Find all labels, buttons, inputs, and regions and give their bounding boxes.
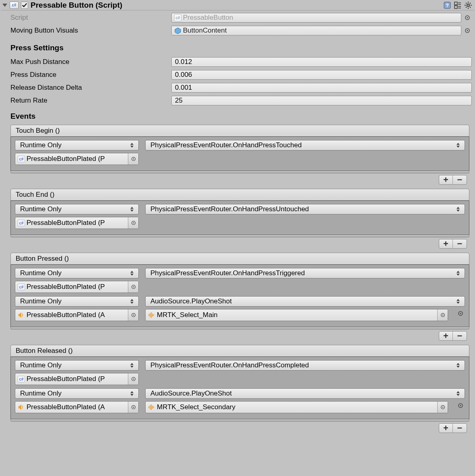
function-dropdown[interactable]: AudioSource.PlayOneShot — [145, 296, 465, 307]
object-picker-icon[interactable] — [456, 309, 465, 318]
call-state-dropdown[interactable]: Runtime Only — [15, 204, 139, 214]
object-picker-icon[interactable] — [128, 153, 138, 165]
event-listener: Runtime Only PhysicalPressEventRouter.On… — [15, 360, 465, 385]
event-target-field[interactable]: PressableButtonPlated (A — [15, 309, 139, 321]
cs-file-icon: c# — [18, 156, 25, 162]
object-picker-icon[interactable] — [128, 281, 138, 293]
enable-checkbox[interactable] — [21, 2, 28, 9]
svg-rect-3 — [454, 6, 457, 8]
svg-rect-30 — [148, 314, 149, 316]
svg-point-21 — [467, 30, 468, 31]
event-target-value: PressableButtonPlated (P — [27, 283, 128, 291]
max-push-input[interactable] — [171, 57, 472, 67]
svg-rect-2 — [454, 2, 457, 5]
moving-visuals-field[interactable]: ButtonContent — [171, 26, 461, 35]
object-picker-icon[interactable] — [437, 309, 448, 321]
svg-point-40 — [133, 379, 134, 380]
svg-point-49 — [442, 407, 443, 408]
event-target-value: PressableButtonPlated (A — [27, 311, 128, 319]
return-rate-label: Return Rate — [3, 97, 171, 105]
event-listener: Runtime Only AudioSource.PlayOneShot Pre… — [15, 388, 465, 413]
svg-line-16 — [470, 3, 471, 4]
press-distance-label: Press Distance — [3, 71, 171, 79]
add-listener-button[interactable]: + — [439, 424, 453, 433]
object-picker-icon[interactable] — [463, 26, 472, 35]
event-arg-field[interactable]: MRTK_Select_Secondary — [145, 401, 448, 413]
component-inspector: c# Pressable Button (Script) ? Script c#… — [0, 0, 475, 438]
function-dropdown[interactable]: PhysicalPressEventRouter.OnHandPressUnto… — [145, 204, 465, 214]
object-picker-icon[interactable] — [456, 401, 465, 410]
object-picker-icon[interactable] — [463, 13, 472, 22]
svg-rect-45 — [151, 404, 152, 410]
svg-marker-19 — [175, 28, 181, 34]
add-remove-buttons: + − — [439, 423, 467, 433]
add-listener-button[interactable]: + — [439, 239, 453, 248]
svg-rect-34 — [153, 314, 154, 316]
svg-point-25 — [133, 223, 134, 224]
remove-listener-button[interactable]: − — [453, 175, 467, 184]
svg-point-29 — [133, 315, 134, 316]
moving-visuals-label: Moving Button Visuals — [3, 27, 171, 35]
call-state-dropdown[interactable]: Runtime Only — [15, 388, 139, 399]
add-remove-buttons: + − — [439, 239, 467, 249]
object-picker-icon[interactable] — [128, 309, 138, 321]
svg-rect-33 — [152, 313, 153, 317]
add-listener-button[interactable]: + — [439, 332, 453, 340]
svg-point-27 — [133, 286, 134, 288]
event-target-value: PressableButtonPlated (P — [27, 219, 128, 227]
event-title: Touch End () — [10, 189, 469, 201]
gear-icon[interactable] — [464, 1, 473, 10]
call-state-dropdown[interactable]: Runtime Only — [15, 296, 139, 307]
object-picker-icon[interactable] — [128, 217, 138, 229]
unity-event: Button Pressed () Runtime Only PhysicalP… — [10, 253, 469, 342]
release-delta-input[interactable] — [171, 83, 472, 93]
add-listener-button[interactable]: + — [439, 175, 453, 184]
function-dropdown[interactable]: PhysicalPressEventRouter.OnHandPressComp… — [145, 360, 465, 371]
unity-event: Touch End () Runtime Only PhysicalPressE… — [10, 189, 469, 250]
call-state-dropdown[interactable]: Runtime Only — [15, 140, 139, 150]
event-target-field[interactable]: c#PressableButtonPlated (P — [15, 217, 139, 229]
script-value: PressableButton — [183, 14, 233, 22]
event-listener: Runtime Only AudioSource.PlayOneShot Pre… — [15, 296, 465, 321]
event-listener: Runtime Only PhysicalPressEventRouter.On… — [15, 204, 465, 229]
svg-rect-46 — [152, 406, 153, 409]
event-target-field[interactable]: c#PressableButtonPlated (P — [15, 153, 139, 165]
press-distance-input[interactable] — [171, 70, 472, 80]
script-field: c# PressableButton — [171, 13, 461, 23]
object-picker-icon[interactable] — [128, 402, 138, 413]
event-arg-value: MRTK_Select_Main — [157, 311, 437, 319]
object-picker-icon[interactable] — [128, 373, 138, 385]
svg-point-23 — [133, 159, 134, 160]
event-arg-value: MRTK_Select_Secondary — [157, 403, 437, 411]
return-rate-input[interactable] — [171, 96, 472, 105]
event-target-field[interactable]: c#PressableButtonPlated (P — [15, 373, 139, 385]
cs-file-icon: c# — [18, 284, 25, 290]
svg-rect-43 — [148, 406, 149, 408]
event-target-value: PressableButtonPlated (P — [27, 375, 128, 383]
svg-line-13 — [466, 3, 467, 4]
remove-listener-button[interactable]: − — [453, 424, 467, 433]
component-title: Pressable Button (Script) — [31, 1, 443, 10]
remove-listener-button[interactable]: − — [453, 332, 467, 340]
event-listener: Runtime Only PhysicalPressEventRouter.On… — [15, 268, 465, 293]
call-state-dropdown[interactable]: Runtime Only — [15, 360, 139, 371]
event-title: Button Released () — [10, 345, 469, 357]
unity-event: Touch Begin () Runtime Only PhysicalPres… — [10, 125, 469, 186]
function-dropdown[interactable]: PhysicalPressEventRouter.OnHandPressTouc… — [145, 140, 465, 150]
event-title: Touch Begin () — [10, 125, 469, 137]
event-arg-field[interactable]: MRTK_Select_Main — [145, 309, 448, 321]
event-target-field[interactable]: c#PressableButtonPlated (P — [15, 281, 139, 293]
svg-rect-31 — [150, 313, 150, 317]
function-dropdown[interactable]: PhysicalPressEventRouter.OnHandPressTrig… — [145, 268, 465, 278]
remove-listener-button[interactable]: − — [453, 239, 467, 248]
object-picker-icon[interactable] — [437, 402, 448, 413]
preset-icon[interactable] — [453, 1, 462, 10]
call-state-dropdown[interactable]: Runtime Only — [15, 268, 139, 278]
unity-event: Button Released () Runtime Only Physical… — [10, 345, 469, 435]
function-dropdown[interactable]: AudioSource.PlayOneShot — [145, 388, 465, 399]
help-icon[interactable]: ? — [443, 1, 452, 10]
foldout-toggle[interactable] — [2, 4, 7, 7]
event-listener: Runtime Only PhysicalPressEventRouter.On… — [15, 140, 465, 165]
speaker-icon — [18, 311, 25, 319]
event-target-field[interactable]: PressableButtonPlated (A — [15, 401, 139, 413]
